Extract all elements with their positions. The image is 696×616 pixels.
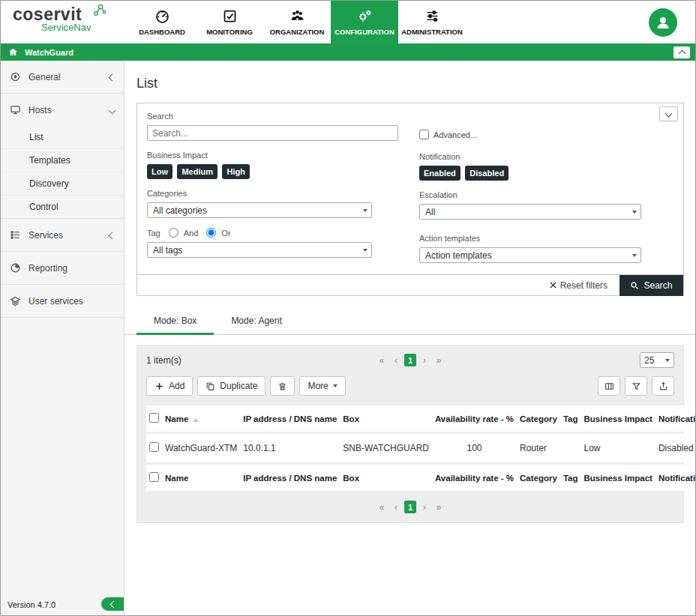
sidebar-item-hosts-discovery[interactable]: Discovery [1, 172, 124, 196]
sidebar-item-services[interactable]: Services [1, 219, 124, 252]
general-icon [10, 71, 21, 82]
nav-configuration[interactable]: CONFIGURATION [331, 1, 398, 43]
notification-disabled-button[interactable]: Disabled [465, 166, 508, 181]
column-footer-notification[interactable]: Notification [656, 465, 695, 491]
escalation-select-value: All [425, 207, 435, 217]
configuration-icon [357, 8, 373, 24]
column-header-ip[interactable]: IP address / DNS name [240, 405, 340, 432]
export-button[interactable] [652, 376, 674, 396]
hosts-submenu: List Templates Discovery Control [1, 126, 124, 219]
business-impact-medium-button[interactable]: Medium [177, 164, 218, 179]
column-footer-box[interactable]: Box [340, 465, 432, 491]
pagination-last[interactable]: » [433, 501, 445, 513]
sidebar-item-hosts-list[interactable]: List [1, 126, 124, 149]
select-all-checkbox[interactable] [149, 472, 159, 482]
main-content: List Search Business Impact Low [124, 61, 695, 615]
sidebar-item-hosts-templates[interactable]: Templates [1, 149, 124, 172]
nav-label: ORGANIZATION [270, 28, 325, 36]
pagination-next[interactable]: › [418, 501, 430, 513]
business-impact-high-button[interactable]: High [222, 164, 249, 179]
column-header-tag[interactable]: Tag [560, 405, 581, 432]
search-input[interactable] [147, 125, 398, 141]
pagination-prev[interactable]: ‹ [390, 501, 402, 513]
logo[interactable]: coservit ServiceNav [1, 1, 121, 43]
filter-button[interactable] [625, 376, 647, 396]
sidebar-item-hosts-control[interactable]: Control [1, 196, 124, 218]
pagination-last[interactable]: » [433, 354, 445, 366]
pagination-first[interactable]: « [376, 501, 388, 513]
panel-collapse-button[interactable] [659, 106, 678, 121]
sidebar-item-hosts[interactable]: Hosts [1, 94, 124, 126]
column-footer-name[interactable]: Name [162, 465, 240, 491]
advanced-checkbox[interactable] [419, 130, 429, 139]
column-header-notification[interactable]: Notification [656, 405, 695, 432]
tag-and-radio[interactable] [169, 228, 178, 238]
pagination-prev[interactable]: ‹ [390, 354, 402, 366]
pagination-page-1[interactable]: 1 [404, 354, 416, 366]
more-button[interactable]: More [299, 376, 345, 396]
cell-business-impact: Low [580, 434, 655, 462]
dashboard-icon [154, 8, 170, 24]
delete-button[interactable] [270, 376, 295, 396]
tab-mode-agent[interactable]: Mode: Agent [214, 307, 298, 334]
column-header-name[interactable]: Name [162, 405, 240, 432]
administration-icon [424, 8, 440, 24]
services-icon [10, 229, 21, 241]
sidebar-item-user-services[interactable]: User services [1, 285, 124, 318]
sidebar-item-general[interactable]: General [1, 61, 124, 94]
select-all-checkbox[interactable] [149, 413, 159, 423]
duplicate-button[interactable]: Duplicate [197, 376, 266, 396]
trash-icon [278, 381, 287, 391]
nav-monitoring[interactable]: MONITORING [196, 1, 263, 43]
column-footer-tag[interactable]: Tag [560, 465, 581, 491]
add-icon [154, 381, 164, 391]
page-size-select[interactable]: 25 [640, 352, 674, 368]
reporting-icon [10, 262, 21, 274]
pagination-first[interactable]: « [376, 354, 388, 366]
business-impact-label: Business Impact [147, 151, 419, 160]
brand-subtitle: ServiceNav [41, 22, 121, 33]
cell-category: Router [517, 434, 560, 462]
breadcrumb-bar: WatchGuard [1, 43, 695, 61]
column-footer-business-impact[interactable]: Business Impact [580, 465, 655, 491]
pagination-page-1[interactable]: 1 [404, 501, 416, 513]
table-row[interactable]: WatchGuard-XTM 10.0.1.1 SNB-WATCHGUARD 1… [146, 434, 695, 462]
pagination-bottom: « ‹ 1 › » [137, 501, 683, 513]
action-templates-select[interactable]: Action templates [419, 247, 641, 263]
column-header-availability[interactable]: Availability rate - % [432, 405, 517, 432]
tab-mode-box[interactable]: Mode: Box [136, 307, 214, 334]
notification-enabled-button[interactable]: Enabled [419, 166, 460, 181]
column-header-category[interactable]: Category [517, 405, 560, 432]
user-avatar-icon [654, 13, 672, 31]
sidebar-item-reporting[interactable]: Reporting [1, 252, 124, 285]
columns-button[interactable] [598, 376, 620, 396]
add-button[interactable]: Add [146, 376, 193, 396]
home-icon[interactable] [8, 47, 18, 57]
sidebar-collapse-button[interactable] [101, 597, 124, 611]
top-bar: coservit ServiceNav DASHBOARD [1, 1, 695, 43]
nav-administration[interactable]: ADMINISTRATION [398, 1, 466, 43]
column-header-business-impact[interactable]: Business Impact [580, 405, 655, 432]
categories-select[interactable]: All categories [147, 202, 372, 218]
nav-dashboard[interactable]: DASHBOARD [128, 1, 196, 43]
nav-organization[interactable]: ORGANIZATION [263, 1, 331, 43]
search-button[interactable]: Search [620, 275, 683, 296]
tag-or-radio[interactable] [206, 228, 216, 238]
escalation-select[interactable]: All [419, 204, 641, 220]
reset-filters-link[interactable]: Reset filters [550, 280, 608, 291]
pagination-next[interactable]: › [418, 354, 430, 366]
scroll-top-button[interactable] [674, 46, 690, 58]
column-footer-ip[interactable]: IP address / DNS name [240, 465, 340, 491]
column-footer-availability[interactable]: Availability rate - % [432, 465, 517, 491]
cell-name: WatchGuard-XTM [162, 434, 240, 462]
chevron-down-icon [665, 109, 673, 117]
column-footer-category[interactable]: Category [517, 465, 560, 491]
table-header-row: Name IP address / DNS name Box Availabil… [146, 405, 695, 432]
column-header-box[interactable]: Box [340, 405, 432, 432]
tag-select[interactable]: All tags [147, 242, 372, 258]
business-impact-low-button[interactable]: Low [147, 164, 172, 179]
search-label: Search [147, 112, 419, 121]
cell-box: SNB-WATCHGUARD [340, 434, 432, 462]
user-avatar[interactable] [649, 8, 677, 37]
row-checkbox[interactable] [149, 442, 159, 452]
